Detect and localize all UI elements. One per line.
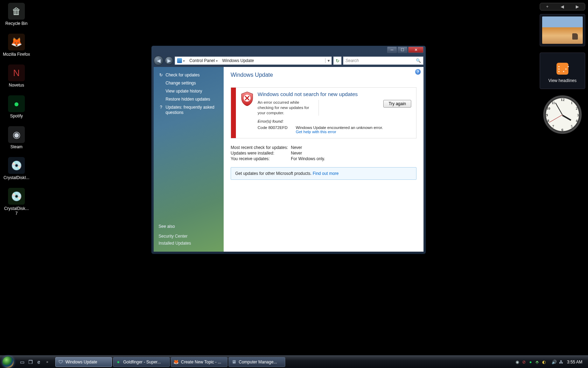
status-value: Never <box>291 145 302 150</box>
error-message: An error occurred while checking for new… <box>258 100 319 116</box>
slideshow-image <box>542 16 583 44</box>
breadcrumb-root[interactable]: Control Panel <box>189 58 215 63</box>
tray-steam-icon[interactable]: ◉ <box>514 359 520 365</box>
gadget-controls[interactable]: + ◀ ▶ <box>540 3 585 11</box>
steam-icon: ◉ <box>8 126 25 143</box>
gadget-next-icon[interactable]: ▶ <box>576 4 579 9</box>
gadget-clock[interactable]: 12 3 6 9 1 2 4 5 7 8 10 11 <box>543 95 582 134</box>
gadget-slideshow[interactable] <box>540 14 585 46</box>
breadcrumb-leaf[interactable]: Windows Update <box>222 58 254 63</box>
desktop-icon-firefox[interactable]: 🦊Mozilla Firefox <box>3 34 30 57</box>
gadget-prev-icon[interactable]: ◀ <box>561 4 564 9</box>
desktop-icon-label: Mozilla Firefox <box>3 52 30 57</box>
task-label: Windows Update <box>65 360 97 364</box>
minimize-button[interactable]: ─ <box>387 47 397 53</box>
spotify-icon: ● <box>8 95 25 112</box>
sidebar-item-icon <box>159 89 163 94</box>
get-help-link[interactable]: Get help with this error <box>296 130 336 134</box>
sidebar-item-label: Updates: frequently asked questions <box>166 105 219 115</box>
error-code: Code 80072EFD <box>258 125 291 134</box>
desktop-icon-crystaldiskinfo[interactable]: 💿CrystalDiskI... <box>3 157 30 180</box>
firefox-icon: 🦊 <box>8 34 25 50</box>
desktop-icon-label: CrystalDisk... 7 <box>3 206 30 216</box>
quicklaunch-switch-windows[interactable]: ❐ <box>27 358 34 366</box>
task-icon: 🖥 <box>231 359 237 365</box>
status-label: You receive updates: <box>231 156 291 161</box>
error-box: Windows could not search for new updates… <box>231 87 416 138</box>
status-label: Updates were installed: <box>231 151 291 156</box>
task-label: Computer Manage... <box>239 360 277 364</box>
sidebar-item-icon: ↻ <box>159 73 163 78</box>
refresh-button[interactable]: ↻ <box>333 56 342 65</box>
error-description: Windows Update encountered an unknown er… <box>296 125 383 130</box>
error-title: Windows could not search for new updates <box>258 91 411 97</box>
try-again-button[interactable]: Try again <box>383 100 411 108</box>
help-icon[interactable]: ? <box>415 69 421 75</box>
sidebar-item[interactable]: ↻Check for updates <box>159 71 219 79</box>
sidebar-item[interactable]: ?Updates: frequently asked questions <box>159 103 219 117</box>
tray-update-icon[interactable]: ◐ <box>541 359 547 365</box>
desktop-icon-novetus[interactable]: NNovetus <box>3 64 30 88</box>
windows-update-window: ─ ☐ ✕ ◀ ▶ ▸ Control Panel▸ Windows Updat… <box>151 46 426 254</box>
tray-network-icon[interactable]: 🖧 <box>558 359 564 365</box>
error-severity-bar <box>231 88 236 138</box>
desktop-icon-label: Steam <box>3 144 30 149</box>
quicklaunch-overflow[interactable]: » <box>43 358 51 366</box>
start-button[interactable] <box>0 356 16 368</box>
see-also-installed-updates[interactable]: Installed Updates <box>159 240 219 247</box>
start-orb-icon <box>2 356 14 368</box>
breadcrumb-dropdown-icon[interactable]: ▾ <box>325 58 331 63</box>
sidebar-item[interactable]: View update history <box>159 87 219 95</box>
search-icon[interactable]: 🔍 <box>416 58 421 63</box>
sidebar-item-label: Check for updates <box>166 73 200 78</box>
back-button[interactable]: ◀ <box>154 56 163 66</box>
task-label: Create New Topic - ... <box>181 360 221 364</box>
see-also-security-center[interactable]: Security Center <box>159 233 219 240</box>
taskbar: ▭❐e» 🛡Windows Update●Goldfinger - Super.… <box>0 355 588 368</box>
taskbar-task-computer-mgmt[interactable]: 🖥Computer Manage... <box>229 357 285 367</box>
find-out-more-link[interactable]: Find out more <box>313 171 338 176</box>
shield-error-icon <box>240 91 254 107</box>
desktop-icon-recycle-bin[interactable]: 🗑Recycle Bin <box>3 3 30 26</box>
sidebar-item-icon: ? <box>159 105 163 115</box>
taskbar-clock[interactable]: 3:55 AM <box>565 360 584 364</box>
sidebar-item[interactable]: Change settings <box>159 79 219 87</box>
search-input[interactable]: Search 🔍 <box>343 56 424 65</box>
breadcrumb[interactable]: ▸ Control Panel▸ Windows Update ▾ <box>175 56 332 65</box>
crystaldiskinfo-icon: 💿 <box>8 157 25 174</box>
sidebar-item[interactable]: Restore hidden updates <box>159 95 219 103</box>
task-icon: 🦊 <box>173 359 179 365</box>
taskbar-task-firefox-topic[interactable]: 🦊Create New Topic - ... <box>171 357 227 367</box>
quicklaunch-show-desktop[interactable]: ▭ <box>18 358 26 366</box>
task-icon: 🛡 <box>58 359 63 365</box>
feed-headlines-link[interactable]: View headlines <box>542 78 583 83</box>
close-button[interactable]: ✕ <box>408 47 424 53</box>
desktop-icon-crystaldiskinfo7[interactable]: 💿CrystalDisk... 7 <box>3 188 30 216</box>
sidebar-item-label: View update history <box>166 89 202 94</box>
taskbar-task-spotify-playing[interactable]: ●Goldfinger - Super... <box>113 357 170 367</box>
page-title: Windows Update <box>231 72 416 78</box>
sidebar-item-icon <box>159 81 163 86</box>
quicklaunch-ie[interactable]: e <box>35 358 43 366</box>
gadget-add-icon[interactable]: + <box>546 4 548 9</box>
other-products-info: Get updates for other Microsoft products… <box>231 167 416 180</box>
crystaldiskinfo7-icon: 💿 <box>8 188 25 205</box>
taskbar-task-windows-update[interactable]: 🛡Windows Update <box>55 357 112 367</box>
task-label: Goldfinger - Super... <box>123 360 161 364</box>
search-placeholder: Search <box>345 58 359 63</box>
tray-volume-icon[interactable]: 🔊 <box>552 359 557 365</box>
maximize-button[interactable]: ☐ <box>398 47 407 53</box>
tray-security-icon[interactable]: ⬘ <box>534 359 540 365</box>
recycle-bin-icon: 🗑 <box>8 3 25 20</box>
info-text: Get updates for other Microsoft products… <box>235 171 313 176</box>
task-icon: ● <box>115 359 121 365</box>
desktop-icon-label: Spotify <box>3 114 30 118</box>
forward-button[interactable]: ▶ <box>165 56 173 65</box>
desktop-icon-spotify[interactable]: ●Spotify <box>3 95 30 118</box>
desktop-icon-steam[interactable]: ◉Steam <box>3 126 30 149</box>
sidebar: ↻Check for updatesChange settingsView up… <box>154 67 224 252</box>
novetus-icon: N <box>8 64 25 81</box>
tray-spotify-icon[interactable]: ● <box>528 359 533 365</box>
gadget-feed[interactable]: ⋮⋰ View headlines <box>540 53 585 89</box>
tray-error-icon[interactable]: ⊘ <box>521 359 527 365</box>
